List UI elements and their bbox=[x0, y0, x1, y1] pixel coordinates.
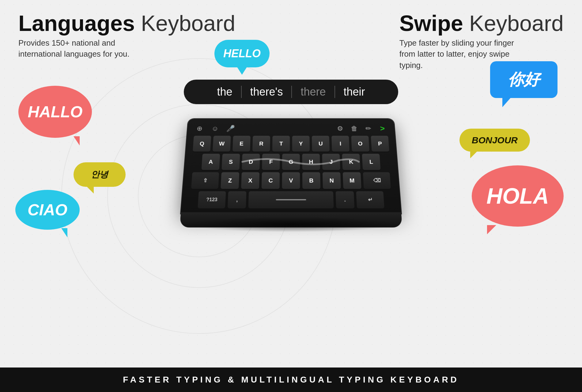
key-row-2: A S D F G H J K L bbox=[187, 154, 395, 170]
key-r[interactable]: R bbox=[252, 136, 270, 151]
key-num[interactable]: ?123 bbox=[198, 191, 226, 208]
key-i[interactable]: I bbox=[331, 136, 350, 151]
autocomplete-bar: the there's there their bbox=[184, 80, 398, 104]
key-w[interactable]: W bbox=[213, 136, 231, 151]
edit-icon[interactable]: ✏ bbox=[363, 124, 374, 133]
key-p[interactable]: P bbox=[371, 136, 389, 151]
key-d[interactable]: D bbox=[242, 154, 260, 170]
autocomplete-word-there[interactable]: there bbox=[292, 85, 334, 98]
subtitle-languages: Provides 150+ national and international… bbox=[18, 37, 147, 60]
key-k[interactable]: K bbox=[342, 154, 360, 170]
key-row-1: Q W E R T Y U I O P bbox=[189, 136, 394, 151]
bubble-hola: HOLA bbox=[472, 165, 564, 227]
key-t[interactable]: T bbox=[272, 136, 290, 151]
key-x[interactable]: X bbox=[241, 172, 259, 189]
bubble-hello: HELLO bbox=[214, 40, 270, 67]
keyboard-shadow bbox=[186, 217, 397, 232]
key-a[interactable]: A bbox=[202, 154, 220, 170]
key-z[interactable]: Z bbox=[221, 172, 239, 189]
mic-icon[interactable]: 🎤 bbox=[225, 124, 236, 133]
title-swipe: Swipe Keyboard bbox=[399, 12, 564, 34]
key-period[interactable]: . bbox=[336, 191, 355, 208]
key-g[interactable]: G bbox=[282, 154, 300, 170]
key-row-3: ⇧ Z X C V B N M ⌫ bbox=[186, 172, 396, 189]
next-icon[interactable]: > bbox=[377, 124, 388, 133]
key-s[interactable]: S bbox=[221, 154, 240, 170]
key-c[interactable]: C bbox=[262, 172, 280, 189]
footer-bar: FASTER TYPING & MULTILINGUAL TYPING KEYB… bbox=[0, 368, 582, 392]
key-v[interactable]: V bbox=[282, 172, 300, 189]
keyboard-toolbar: ⊕ ☺ 🎤 ⚙ 🗑 ✏ > bbox=[190, 123, 392, 136]
key-b[interactable]: B bbox=[302, 172, 320, 189]
bubble-annyeong: 안녕 bbox=[74, 162, 126, 187]
key-comma[interactable]: , bbox=[228, 191, 247, 208]
keyboard-main: ⊕ ☺ 🎤 ⚙ 🗑 ✏ > Q W E R T Y U bbox=[181, 119, 401, 214]
key-y[interactable]: Y bbox=[292, 136, 310, 151]
autocomplete-word-their[interactable]: their bbox=[335, 85, 374, 98]
key-l[interactable]: L bbox=[362, 154, 381, 170]
key-j[interactable]: J bbox=[322, 154, 340, 170]
key-o[interactable]: O bbox=[351, 136, 369, 151]
bubble-hallo: HALLO bbox=[18, 86, 92, 138]
key-e[interactable]: E bbox=[232, 136, 251, 151]
header-left: Languages Keyboard Provides 150+ nationa… bbox=[18, 12, 235, 60]
space-bar-indicator bbox=[276, 199, 306, 200]
key-space[interactable] bbox=[248, 191, 334, 208]
bubble-nihao: 你好 bbox=[490, 61, 557, 98]
emoji-icon[interactable]: ☺ bbox=[210, 124, 220, 133]
title-languages: Languages Keyboard bbox=[18, 12, 235, 34]
keyboard-container: the there's there their ⊕ ☺ 🎤 ⚙ bbox=[181, 80, 401, 214]
toolbar-right-icons: ⚙ 🗑 ✏ > bbox=[335, 124, 387, 133]
key-h[interactable]: H bbox=[302, 154, 320, 170]
key-shift[interactable]: ⇧ bbox=[191, 172, 219, 189]
footer-text: FASTER TYPING & MULTILINGUAL TYPING KEYB… bbox=[123, 375, 459, 385]
autocomplete-word-theres[interactable]: there's bbox=[242, 85, 292, 98]
add-icon[interactable]: ⊕ bbox=[194, 124, 205, 133]
key-q[interactable]: Q bbox=[193, 136, 211, 151]
key-row-4: ?123 , . ↵ bbox=[184, 191, 398, 208]
page-wrapper: Languages Keyboard Provides 150+ nationa… bbox=[0, 0, 582, 392]
delete-icon[interactable]: 🗑 bbox=[349, 124, 359, 133]
key-f[interactable]: F bbox=[262, 154, 280, 170]
toolbar-left-icons: ⊕ ☺ 🎤 bbox=[194, 124, 236, 133]
autocomplete-word-the[interactable]: the bbox=[208, 85, 241, 98]
key-backspace[interactable]: ⌫ bbox=[363, 172, 391, 189]
settings-icon[interactable]: ⚙ bbox=[335, 124, 345, 133]
key-m[interactable]: M bbox=[343, 172, 361, 189]
key-u[interactable]: U bbox=[312, 136, 330, 151]
bubble-bonjour: BONJOUR bbox=[459, 129, 530, 152]
key-n[interactable]: N bbox=[323, 172, 341, 189]
key-enter[interactable]: ↵ bbox=[356, 191, 384, 208]
bubble-ciao: CIAO bbox=[15, 190, 80, 230]
